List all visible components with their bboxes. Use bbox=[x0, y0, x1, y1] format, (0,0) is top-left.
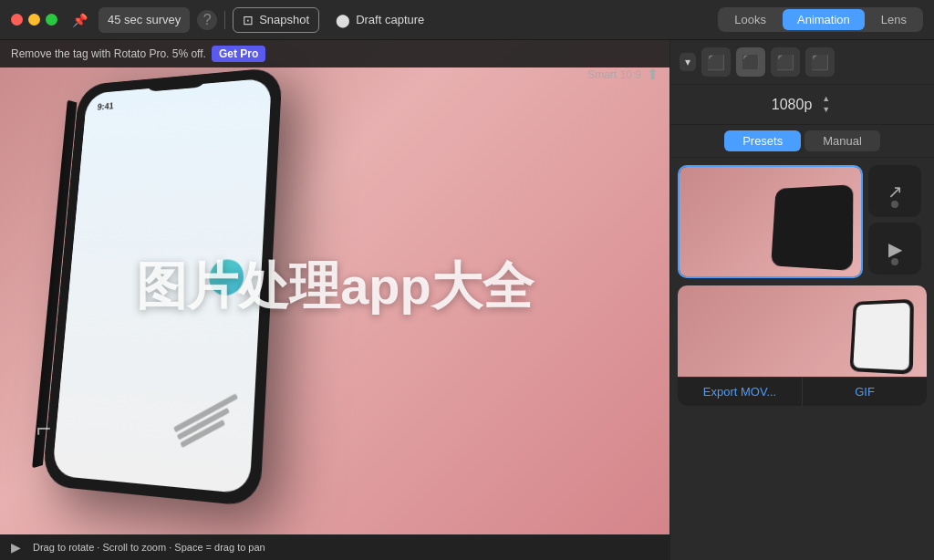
get-pro-button[interactable]: Get Pro bbox=[212, 46, 265, 62]
animation-grid: ↗ ▶ bbox=[670, 158, 934, 285]
presets-tab[interactable]: Presets bbox=[724, 130, 801, 151]
divider bbox=[224, 11, 225, 29]
phone-text-lines bbox=[173, 393, 245, 448]
survey-button[interactable]: 45 sec survey bbox=[99, 7, 190, 33]
pin-icon: 📌 bbox=[72, 13, 88, 27]
canvas-top-bar: Smart 10:9 ⬆ bbox=[587, 66, 659, 83]
export-thumb-phone-screen bbox=[853, 303, 909, 370]
canvas-title: Smart 10:9 bbox=[587, 68, 641, 81]
minimize-button[interactable] bbox=[28, 14, 40, 26]
resolution-down-button[interactable]: ▼ bbox=[819, 105, 833, 115]
snapshot-icon: ⊡ bbox=[243, 13, 254, 27]
promo-text: Remove the tag with Rotato Pro. 5% off. bbox=[11, 47, 206, 60]
help-icon[interactable]: ? bbox=[197, 10, 217, 30]
snapshot-button[interactable]: ⊡ Snapshot bbox=[233, 7, 319, 33]
panel-device-alt-icon[interactable]: ⬛ bbox=[805, 47, 835, 77]
bottom-hint: Drag to rotate · Scroll to zoom · Space … bbox=[33, 542, 265, 553]
panel-toolbar: ▾ ⬛ ⬛ ⬛ ⬛ bbox=[670, 40, 934, 85]
cursor-dot bbox=[891, 201, 898, 208]
resolution-row: 1080p ▲ ▼ bbox=[670, 85, 934, 125]
preset-row: Presets Manual bbox=[670, 125, 934, 158]
play-animation-button[interactable]: ▶ bbox=[868, 223, 921, 275]
hint-space: Space = drag to pan bbox=[174, 542, 265, 553]
phone-screen: 9:41 bbox=[52, 78, 272, 493]
anim-thumb-phone bbox=[771, 184, 853, 271]
export-card: Export MOV... GIF bbox=[678, 285, 927, 406]
draft-button[interactable]: ⬤ Draft capture bbox=[327, 7, 433, 33]
panel-device-back-icon[interactable]: ⬛ bbox=[701, 47, 731, 77]
export-icon-button[interactable]: ⬆ bbox=[647, 66, 659, 83]
traffic-lights bbox=[11, 14, 57, 26]
tab-animation[interactable]: Animation bbox=[783, 9, 865, 30]
panel-dropdown[interactable]: ▾ bbox=[680, 53, 696, 71]
draft-label: Draft capture bbox=[356, 13, 424, 26]
phone-screen-content: 9:41 bbox=[52, 78, 272, 493]
phone-3d-mockup: 9:41 bbox=[42, 54, 429, 524]
promo-bar: Remove the tag with Rotato Pro. 5% off. … bbox=[0, 40, 669, 67]
phone-scene[interactable]: 图片处理app大全 9:41 bbox=[0, 40, 669, 534]
bottom-bar: ▶ Drag to rotate · Scroll to zoom · Spac… bbox=[0, 534, 669, 560]
top-tabs: Looks Animation Lens bbox=[718, 7, 923, 32]
draft-icon: ⬤ bbox=[336, 13, 350, 27]
phone-time: 9:41 bbox=[97, 101, 114, 112]
cursor-icon: ↗ bbox=[887, 181, 903, 202]
titlebar: 📌 45 sec survey ? ⊡ Snapshot ⬤ Draft cap… bbox=[0, 0, 934, 40]
panel-device-side-icon[interactable]: ⬛ bbox=[771, 47, 800, 77]
canvas-area[interactable]: Remove the tag with Rotato Pro. 5% off. … bbox=[0, 40, 669, 560]
play-button[interactable]: ▶ bbox=[11, 540, 21, 555]
animation-card-thumb bbox=[680, 167, 861, 276]
corner-arrow-icon: ⌐ bbox=[36, 414, 51, 443]
export-section: Export MOV... GIF bbox=[670, 285, 934, 413]
cursor-animation-button[interactable]: ↗ bbox=[868, 165, 921, 217]
hint-drag: Drag to rotate bbox=[33, 542, 94, 553]
export-thumb-phone bbox=[849, 299, 914, 375]
side-animation-buttons: ↗ ▶ bbox=[868, 165, 927, 278]
panel-device-front-icon[interactable]: ⬛ bbox=[736, 47, 765, 77]
export-mov-button[interactable]: Export MOV... bbox=[678, 377, 803, 406]
animation-card-main[interactable] bbox=[678, 165, 863, 278]
export-gif-button[interactable]: GIF bbox=[803, 377, 927, 406]
fullscreen-button[interactable] bbox=[46, 14, 57, 26]
tab-lens[interactable]: Lens bbox=[867, 9, 921, 30]
resolution-value: 1080p bbox=[772, 97, 813, 113]
phone-body: 9:41 bbox=[42, 67, 283, 507]
play-dot bbox=[891, 258, 898, 265]
profile-avatar bbox=[208, 259, 244, 296]
hint-scroll: Scroll to zoom bbox=[102, 542, 166, 553]
close-button[interactable] bbox=[11, 14, 23, 26]
resolution-up-button[interactable]: ▲ bbox=[819, 94, 833, 104]
resolution-stepper: ▲ ▼ bbox=[819, 94, 833, 115]
play-icon: ▶ bbox=[888, 238, 902, 260]
right-panel: ▾ ⬛ ⬛ ⬛ ⬛ 1080p ▲ ▼ Presets Manual bbox=[669, 40, 934, 560]
export-thumbnail bbox=[678, 285, 927, 377]
survey-label: 45 sec survey bbox=[108, 13, 181, 26]
main-layout: Remove the tag with Rotato Pro. 5% off. … bbox=[0, 40, 934, 560]
tab-looks[interactable]: Looks bbox=[720, 9, 781, 30]
export-buttons: Export MOV... GIF bbox=[678, 377, 927, 406]
chevron-down-icon: ▾ bbox=[685, 56, 690, 68]
manual-tab[interactable]: Manual bbox=[804, 130, 880, 151]
snapshot-label: Snapshot bbox=[259, 13, 309, 26]
